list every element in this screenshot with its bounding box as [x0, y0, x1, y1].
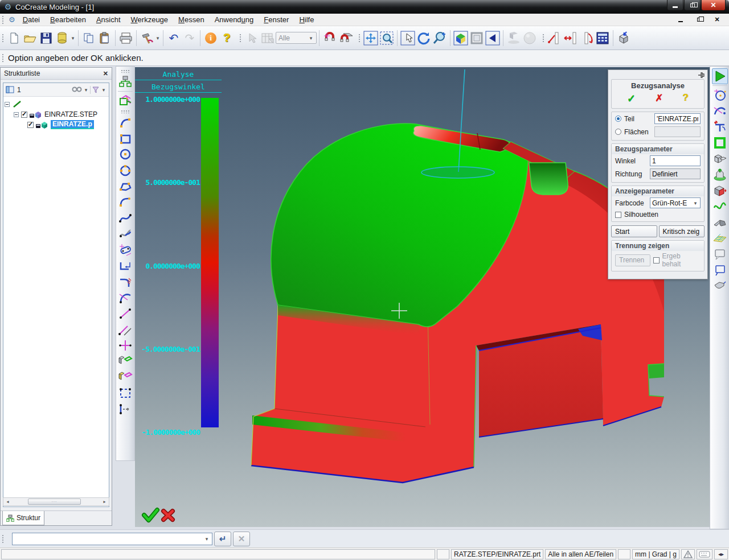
menu-hilfe[interactable]: Hilfe	[294, 14, 319, 25]
customize-tools-button[interactable]	[139, 30, 155, 46]
root-expander[interactable]	[5, 102, 10, 107]
annotation-note-button[interactable]	[712, 246, 728, 262]
measure-geometry-button[interactable]	[712, 87, 728, 103]
draw-spline-button[interactable]	[117, 210, 133, 226]
panel-help-button[interactable]: ?	[683, 92, 689, 105]
move-2d-button[interactable]	[117, 401, 133, 417]
viewport-ok-button[interactable]	[144, 510, 157, 520]
farbcode-dropdown[interactable]: Grün-Rot-E ▾	[650, 197, 701, 208]
mdi-restore-button[interactable]	[694, 15, 704, 24]
offset-face-button[interactable]	[712, 183, 728, 199]
toolbar-grip-4[interactable]	[542, 34, 545, 43]
surface-analysis-button[interactable]	[712, 199, 728, 215]
cancel-button[interactable]: ✗	[655, 92, 663, 105]
insert-part-button[interactable]	[616, 30, 632, 46]
datum-axis-button[interactable]	[712, 119, 728, 135]
draw-rectangle-button[interactable]	[117, 130, 133, 146]
menubar-grip[interactable]	[2, 15, 5, 24]
flaechen-value-field[interactable]	[654, 126, 701, 137]
perpendicular-button[interactable]	[117, 337, 133, 353]
tree-root-row[interactable]	[5, 99, 108, 109]
wedge-tool-button[interactable]	[712, 215, 728, 230]
info-button[interactable]: i	[203, 30, 219, 46]
previous-view-button[interactable]	[485, 30, 501, 46]
ok-button[interactable]: ✓	[627, 92, 636, 105]
pin-icon[interactable]	[698, 72, 705, 79]
pointer-view-button[interactable]	[400, 30, 416, 46]
restore-button[interactable]	[684, 0, 701, 11]
customize-tools-caret[interactable]: ▾	[155, 35, 161, 41]
prompt-grip[interactable]	[2, 53, 5, 63]
status-nav-buttons[interactable]: ◂ ▸	[714, 549, 728, 559]
part-library-caret[interactable]: ▾	[70, 35, 76, 41]
assembly-expander[interactable]	[14, 112, 19, 117]
parallel-line-button[interactable]	[117, 322, 133, 337]
silhouetten-checkbox[interactable]	[615, 212, 621, 218]
draw-slot-button[interactable]	[117, 242, 133, 258]
part-compare-button[interactable]	[712, 151, 728, 167]
draft-check-button[interactable]	[712, 167, 728, 183]
menu-datei[interactable]: Datei	[18, 14, 45, 25]
render-sphere-button[interactable]	[522, 30, 538, 46]
scroll-left-button[interactable]: ◂	[3, 498, 12, 505]
command-enter-button[interactable]: ↵	[214, 532, 231, 546]
open-button[interactable]	[22, 30, 38, 46]
mdi-window-icon[interactable]: ⚙	[9, 15, 15, 24]
tree-assembly-row[interactable]: EINRATZE.STEP	[5, 109, 108, 120]
filter-icon[interactable]	[92, 86, 100, 93]
command-grip[interactable]	[2, 534, 5, 543]
menu-ansicht[interactable]: Ansicht	[91, 14, 126, 25]
close-button[interactable]: ✕	[701, 0, 726, 11]
flaechen-radio[interactable]	[615, 129, 621, 135]
draw-circle-button[interactable]	[117, 146, 133, 162]
menu-werkzeuge[interactable]: Werkzeuge	[126, 14, 174, 25]
catch-3d-button[interactable]	[338, 30, 354, 46]
draw-arc-endpoints-button[interactable]	[117, 114, 133, 130]
menu-fenster[interactable]: Fenster	[259, 14, 294, 25]
toolbar-grip-2[interactable]	[239, 34, 242, 43]
scroll-right-button[interactable]: ▸	[100, 498, 109, 505]
draw-circle-3pt-button[interactable]	[117, 162, 133, 178]
kritisch-zeigen-button[interactable]: Kritisch zeig	[659, 225, 705, 237]
analysis-tools-button[interactable]	[117, 93, 133, 109]
search-caret[interactable]: ▾	[83, 87, 89, 93]
sheet-bend-button[interactable]	[712, 278, 728, 294]
annotation-label-button[interactable]	[712, 262, 728, 278]
mdi-minimize-button[interactable]	[675, 15, 686, 24]
select-region-button[interactable]	[117, 385, 133, 401]
measure-distance-button[interactable]	[547, 30, 563, 46]
calculator-button[interactable]	[595, 30, 611, 46]
assembly-checkbox[interactable]	[21, 112, 27, 118]
minimize-button[interactable]	[667, 0, 683, 11]
selection-filter-combobox[interactable]: Alle ▾	[276, 32, 317, 44]
undo-button[interactable]: ↶	[166, 30, 182, 46]
structure-panel-close-icon[interactable]: ✕	[103, 70, 108, 77]
structure-hscrollbar[interactable]: ◂ ··· ▸	[3, 497, 109, 506]
command-clear-button[interactable]: ✕	[233, 532, 250, 546]
draw-polygon-button[interactable]	[117, 178, 133, 194]
part-checkbox[interactable]	[27, 122, 34, 128]
teil-value-field[interactable]	[654, 113, 701, 124]
mesh-surface-button[interactable]	[712, 230, 728, 246]
pan-button[interactable]	[363, 30, 379, 46]
tree-part-row[interactable]: EINRATZE.p	[5, 120, 108, 130]
fillet-button[interactable]	[117, 274, 133, 290]
curve-analysis-button[interactable]	[712, 103, 728, 119]
command-caret[interactable]: ▾	[204, 536, 210, 542]
structure-browser-button[interactable]	[117, 74, 133, 90]
draw-line-button[interactable]	[117, 306, 133, 322]
menu-messen[interactable]: Messen	[173, 14, 210, 25]
draw-arc-button[interactable]	[117, 194, 133, 210]
winkel-field[interactable]	[650, 155, 701, 166]
top-notch-face[interactable]	[529, 163, 568, 195]
rotate-view-button[interactable]	[416, 30, 432, 46]
run-analysis-button[interactable]	[712, 68, 728, 84]
project-outline-button[interactable]	[117, 369, 133, 385]
viewset-icon[interactable]	[6, 86, 15, 94]
paste-button[interactable]	[97, 30, 113, 46]
trennen-button[interactable]: Trennen	[615, 254, 650, 266]
help-button[interactable]: ?	[219, 30, 235, 46]
richtung-field[interactable]: Definiert	[650, 168, 701, 179]
project-face-button[interactable]	[117, 353, 133, 369]
mdi-close-button[interactable]: ✕	[712, 15, 722, 24]
